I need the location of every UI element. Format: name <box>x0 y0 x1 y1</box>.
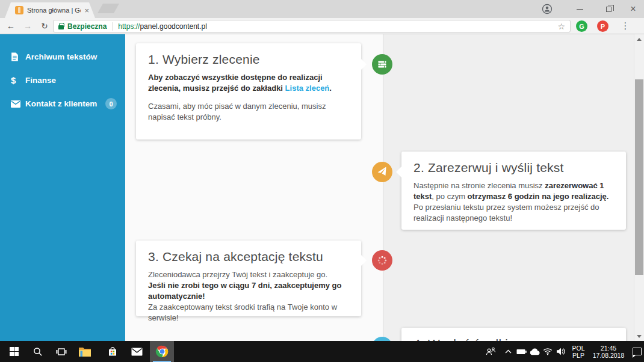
browser-toolbar: ← → ↻ Bezpieczna https:// panel.goodcont… <box>0 18 644 34</box>
step-card-4: 4. Wypłać środki <box>401 328 626 341</box>
sidebar: Archiwum tekstów $ Finanse Kontakt z kli… <box>0 34 125 341</box>
sidebar-item-label: Finanse <box>25 76 56 85</box>
dollar-icon: $ <box>11 75 25 85</box>
envelope-icon <box>11 100 25 108</box>
step-text: Aby zobaczyć wszystkie dostępne do reali… <box>148 72 349 94</box>
sidebar-item-label: Kontakt z klientem <box>25 99 97 108</box>
sidebar-item-archiwum[interactable]: Archiwum tekstów <box>0 45 125 69</box>
onedrive-icon[interactable] <box>527 341 542 362</box>
window-restore-button[interactable] <box>599 0 618 18</box>
step-text: Jeśli nie zrobi tego w ciągu 7 dni, zaak… <box>148 280 349 302</box>
desktop-screen: Strona główna | GoodCo × × ← → ↻ Bezpiec… <box>0 0 644 362</box>
start-button[interactable] <box>2 341 25 362</box>
sidebar-item-kontakt[interactable]: Kontakt z klientem 0 <box>0 92 125 115</box>
language-indicator[interactable]: POL PLP <box>568 341 589 362</box>
step-text: Po przesłaniu tekstu przez system możesz… <box>413 202 614 224</box>
hidden-icons-chevron[interactable] <box>501 341 515 362</box>
url-host: panel.goodcontent.pl <box>140 22 206 31</box>
card-pointer <box>396 167 401 177</box>
step2-send-icon <box>372 162 392 182</box>
extension-p-icon[interactable]: P <box>597 20 608 32</box>
file-explorer-icon[interactable] <box>73 341 96 362</box>
search-icon[interactable] <box>26 341 49 362</box>
reload-button[interactable]: ↻ <box>36 18 53 34</box>
scroll-up-arrow[interactable] <box>634 34 644 44</box>
sidebar-item-label: Archiwum tekstów <box>25 52 97 61</box>
browser-tab[interactable]: Strona główna | GoodCo × <box>5 2 95 18</box>
timeline-line <box>383 34 383 341</box>
url-scheme: https:// <box>118 22 140 31</box>
security-label: Bezpieczna <box>67 22 107 31</box>
action-center-icon[interactable] <box>630 341 644 362</box>
step-text: Za zaakceptowany tekst środki trafią na … <box>148 302 349 324</box>
back-button[interactable]: ← <box>2 18 19 34</box>
step-title: 3. Czekaj na akceptację tekstu <box>148 250 349 264</box>
tray-date: 17.08.2018 <box>593 352 625 359</box>
step1-list-icon <box>372 54 392 75</box>
sidebar-item-finanse[interactable]: $ Finanse <box>0 69 125 92</box>
lista-zlecen-link[interactable]: Lista zleceń <box>285 84 330 93</box>
scrollbar-thumb[interactable] <box>635 79 643 275</box>
document-icon <box>11 52 25 61</box>
step-title: 4. Wypłać środki <box>413 337 614 341</box>
extension-g-icon[interactable]: G <box>576 20 587 32</box>
language-top: POL <box>572 345 584 352</box>
volume-icon[interactable] <box>554 341 568 362</box>
microsoft-store-icon[interactable] <box>101 341 124 362</box>
browser-menu-icon[interactable]: ⋮ <box>619 19 632 33</box>
window-close-button[interactable]: × <box>624 0 643 18</box>
step-title: 1. Wybierz zlecenie <box>148 52 349 67</box>
secure-lock-icon <box>58 25 64 29</box>
site-favicon <box>15 6 23 14</box>
mail-icon[interactable] <box>125 341 148 362</box>
scroll-down-arrow[interactable] <box>634 331 644 341</box>
page-scrollbar[interactable] <box>634 34 644 341</box>
omnibox-separator <box>112 22 113 31</box>
step-card-2: 2. Zarezerwuj i wyślij tekst Następnie n… <box>401 152 626 230</box>
tab-title: Strona główna | GoodCo <box>27 7 81 14</box>
address-bar[interactable]: Bezpieczna https:// panel.goodcontent.pl… <box>53 20 571 32</box>
chrome-taskbar-icon[interactable] <box>150 341 174 362</box>
battery-icon[interactable] <box>514 341 528 362</box>
card-pointer <box>361 255 367 266</box>
step-text: Czasami, aby móc pisać w danym zleceniu,… <box>148 101 349 123</box>
tray-time: 21:45 <box>601 345 616 352</box>
browser-profile-icon[interactable] <box>538 0 556 18</box>
bookmark-star-icon[interactable]: ☆ <box>557 22 565 31</box>
card-pointer <box>361 59 367 70</box>
clock[interactable]: 21:45 17.08.2018 <box>590 341 627 362</box>
windows-taskbar: POL PLP 21:45 17.08.2018 <box>0 341 644 362</box>
step-text: Zleceniodawca przejrzy Twój tekst i zaak… <box>148 269 349 280</box>
window-minimize-button[interactable] <box>571 0 589 18</box>
wifi-icon[interactable] <box>540 341 555 362</box>
browser-tab-strip: Strona główna | GoodCo × × <box>0 0 644 18</box>
tab-close-icon[interactable]: × <box>84 7 89 14</box>
new-tab-button[interactable] <box>98 4 119 13</box>
unread-count-badge: 0 <box>105 98 117 109</box>
people-icon[interactable] <box>481 341 500 362</box>
step-title: 2. Zarezerwuj i wyślij tekst <box>413 161 614 175</box>
step3-spinner-icon <box>372 250 392 271</box>
step-text: Następnie na stronie zlecenia musisz zar… <box>413 180 614 202</box>
task-view-icon[interactable] <box>50 341 73 362</box>
language-bottom: PLP <box>572 352 584 359</box>
step-card-1: 1. Wybierz zlecenie Aby zobaczyć wszystk… <box>136 43 361 140</box>
page-content: Archiwum tekstów $ Finanse Kontakt z kli… <box>0 34 644 341</box>
forward-button[interactable]: → <box>19 18 36 34</box>
step-card-3: 3. Czekaj na akceptację tekstu Zleceniod… <box>136 241 361 316</box>
